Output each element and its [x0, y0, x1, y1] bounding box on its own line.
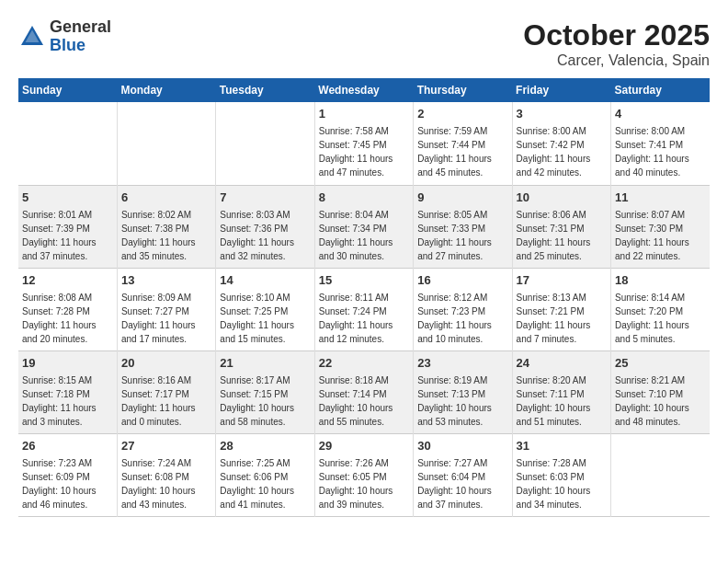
- calendar-cell: 18Sunrise: 8:14 AM Sunset: 7:20 PM Dayli…: [611, 268, 710, 350]
- week-row-3: 12Sunrise: 8:08 AM Sunset: 7:28 PM Dayli…: [18, 268, 710, 350]
- logo: General Blue: [18, 18, 111, 55]
- day-number: 4: [615, 106, 706, 122]
- day-info: Sunrise: 8:05 AM Sunset: 7:33 PM Dayligh…: [417, 210, 492, 261]
- calendar-cell: 20Sunrise: 8:16 AM Sunset: 7:17 PM Dayli…: [117, 350, 215, 433]
- header: General Blue October 2025 Carcer, Valenc…: [18, 18, 710, 69]
- day-number: 17: [517, 272, 607, 289]
- calendar-cell: 26Sunrise: 7:23 AM Sunset: 6:09 PM Dayli…: [18, 433, 117, 516]
- day-number: 3: [517, 106, 607, 122]
- calendar-cell: 19Sunrise: 8:15 AM Sunset: 7:18 PM Dayli…: [18, 350, 117, 433]
- day-info: Sunrise: 7:24 AM Sunset: 6:08 PM Dayligh…: [121, 458, 196, 510]
- day-number: 21: [220, 355, 310, 372]
- day-header-friday: Friday: [512, 78, 610, 102]
- day-info: Sunrise: 8:18 AM Sunset: 7:14 PM Dayligh…: [319, 375, 393, 427]
- day-info: Sunrise: 8:14 AM Sunset: 7:20 PM Dayligh…: [615, 293, 689, 344]
- calendar-table: SundayMondayTuesdayWednesdayThursdayFrid…: [18, 78, 710, 517]
- logo-general: General: [50, 18, 111, 37]
- day-header-tuesday: Tuesday: [216, 78, 314, 102]
- logo-blue: Blue: [50, 37, 111, 55]
- day-number: 29: [319, 438, 409, 454]
- calendar-title: October 2025: [523, 18, 710, 52]
- day-number: 18: [615, 272, 706, 289]
- day-info: Sunrise: 7:23 AM Sunset: 6:09 PM Dayligh…: [22, 458, 97, 510]
- calendar-cell: 23Sunrise: 8:19 AM Sunset: 7:13 PM Dayli…: [414, 350, 512, 433]
- week-row-1: 1Sunrise: 7:58 AM Sunset: 7:45 PM Daylig…: [18, 102, 710, 185]
- logo-text: General Blue: [50, 18, 111, 55]
- day-number: 15: [319, 272, 409, 289]
- day-number: 28: [220, 438, 310, 454]
- day-number: 2: [417, 106, 507, 122]
- day-number: 16: [417, 272, 507, 289]
- day-number: 22: [319, 355, 409, 372]
- day-info: Sunrise: 8:10 AM Sunset: 7:25 PM Dayligh…: [220, 293, 294, 344]
- day-number: 19: [22, 355, 113, 372]
- calendar-cell: 25Sunrise: 8:21 AM Sunset: 7:10 PM Dayli…: [611, 350, 710, 433]
- calendar-cell: 28Sunrise: 7:25 AM Sunset: 6:06 PM Dayli…: [216, 433, 314, 516]
- day-info: Sunrise: 8:11 AM Sunset: 7:24 PM Dayligh…: [319, 293, 393, 344]
- calendar-cell: 15Sunrise: 8:11 AM Sunset: 7:24 PM Dayli…: [314, 268, 413, 350]
- calendar-cell: 13Sunrise: 8:09 AM Sunset: 7:27 PM Dayli…: [117, 268, 215, 350]
- day-info: Sunrise: 8:21 AM Sunset: 7:10 PM Dayligh…: [615, 375, 689, 427]
- day-info: Sunrise: 8:02 AM Sunset: 7:38 PM Dayligh…: [121, 210, 196, 261]
- calendar-subtitle: Carcer, Valencia, Spain: [523, 52, 710, 69]
- calendar-cell: [117, 102, 215, 185]
- calendar-cell: 4Sunrise: 8:00 AM Sunset: 7:41 PM Daylig…: [611, 102, 710, 185]
- calendar-cell: 10Sunrise: 8:06 AM Sunset: 7:31 PM Dayli…: [512, 185, 610, 268]
- day-info: Sunrise: 8:13 AM Sunset: 7:21 PM Dayligh…: [517, 293, 591, 344]
- calendar-cell: [216, 102, 314, 185]
- day-info: Sunrise: 7:59 AM Sunset: 7:44 PM Dayligh…: [417, 126, 492, 178]
- day-number: 14: [220, 272, 310, 289]
- day-header-saturday: Saturday: [611, 78, 710, 102]
- day-header-thursday: Thursday: [414, 78, 512, 102]
- calendar-cell: 11Sunrise: 8:07 AM Sunset: 7:30 PM Dayli…: [611, 185, 710, 268]
- day-info: Sunrise: 7:28 AM Sunset: 6:03 PM Dayligh…: [517, 458, 591, 510]
- week-row-4: 19Sunrise: 8:15 AM Sunset: 7:18 PM Dayli…: [18, 350, 710, 433]
- day-number: 24: [517, 355, 607, 372]
- calendar-cell: 14Sunrise: 8:10 AM Sunset: 7:25 PM Dayli…: [216, 268, 314, 350]
- day-number: 7: [220, 190, 310, 206]
- day-info: Sunrise: 8:06 AM Sunset: 7:31 PM Dayligh…: [517, 210, 591, 261]
- page-container: General Blue October 2025 Carcer, Valenc…: [18, 18, 710, 517]
- day-number: 6: [121, 190, 211, 206]
- calendar-cell: 9Sunrise: 8:05 AM Sunset: 7:33 PM Daylig…: [414, 185, 512, 268]
- day-number: 25: [615, 355, 706, 372]
- calendar-cell: 16Sunrise: 8:12 AM Sunset: 7:23 PM Dayli…: [414, 268, 512, 350]
- calendar-cell: 22Sunrise: 8:18 AM Sunset: 7:14 PM Dayli…: [314, 350, 413, 433]
- day-info: Sunrise: 8:04 AM Sunset: 7:34 PM Dayligh…: [319, 210, 393, 261]
- calendar-cell: 5Sunrise: 8:01 AM Sunset: 7:39 PM Daylig…: [18, 185, 117, 268]
- day-number: 31: [517, 438, 607, 454]
- calendar-cell: 2Sunrise: 7:59 AM Sunset: 7:44 PM Daylig…: [414, 102, 512, 185]
- day-info: Sunrise: 8:17 AM Sunset: 7:15 PM Dayligh…: [220, 375, 294, 427]
- day-number: 8: [319, 190, 409, 206]
- day-info: Sunrise: 8:20 AM Sunset: 7:11 PM Dayligh…: [517, 375, 591, 427]
- day-number: 30: [417, 438, 507, 454]
- day-number: 20: [121, 355, 211, 372]
- day-number: 10: [517, 190, 607, 206]
- day-info: Sunrise: 8:16 AM Sunset: 7:17 PM Dayligh…: [121, 375, 196, 427]
- day-number: 1: [319, 106, 409, 122]
- day-number: 27: [121, 438, 211, 454]
- day-header-monday: Monday: [117, 78, 215, 102]
- calendar-cell: 17Sunrise: 8:13 AM Sunset: 7:21 PM Dayli…: [512, 268, 610, 350]
- calendar-body: 1Sunrise: 7:58 AM Sunset: 7:45 PM Daylig…: [18, 102, 710, 516]
- calendar-cell: 27Sunrise: 7:24 AM Sunset: 6:08 PM Dayli…: [117, 433, 215, 516]
- header-row: SundayMondayTuesdayWednesdayThursdayFrid…: [18, 78, 710, 102]
- calendar-header: SundayMondayTuesdayWednesdayThursdayFrid…: [18, 78, 710, 102]
- calendar-cell: 8Sunrise: 8:04 AM Sunset: 7:34 PM Daylig…: [314, 185, 413, 268]
- calendar-cell: 21Sunrise: 8:17 AM Sunset: 7:15 PM Dayli…: [216, 350, 314, 433]
- day-info: Sunrise: 8:01 AM Sunset: 7:39 PM Dayligh…: [22, 210, 97, 261]
- day-number: 11: [615, 190, 706, 206]
- day-number: 12: [22, 272, 113, 289]
- day-info: Sunrise: 8:08 AM Sunset: 7:28 PM Dayligh…: [22, 293, 97, 344]
- day-info: Sunrise: 8:00 AM Sunset: 7:41 PM Dayligh…: [615, 126, 689, 178]
- calendar-cell: 3Sunrise: 8:00 AM Sunset: 7:42 PM Daylig…: [512, 102, 610, 185]
- calendar-cell: [18, 102, 117, 185]
- day-header-sunday: Sunday: [18, 78, 117, 102]
- day-number: 5: [22, 190, 113, 206]
- day-number: 9: [417, 190, 507, 206]
- calendar-cell: 31Sunrise: 7:28 AM Sunset: 6:03 PM Dayli…: [512, 433, 610, 516]
- week-row-5: 26Sunrise: 7:23 AM Sunset: 6:09 PM Dayli…: [18, 433, 710, 516]
- calendar-cell: 12Sunrise: 8:08 AM Sunset: 7:28 PM Dayli…: [18, 268, 117, 350]
- calendar-cell: 7Sunrise: 8:03 AM Sunset: 7:36 PM Daylig…: [216, 185, 314, 268]
- calendar-cell: 6Sunrise: 8:02 AM Sunset: 7:38 PM Daylig…: [117, 185, 215, 268]
